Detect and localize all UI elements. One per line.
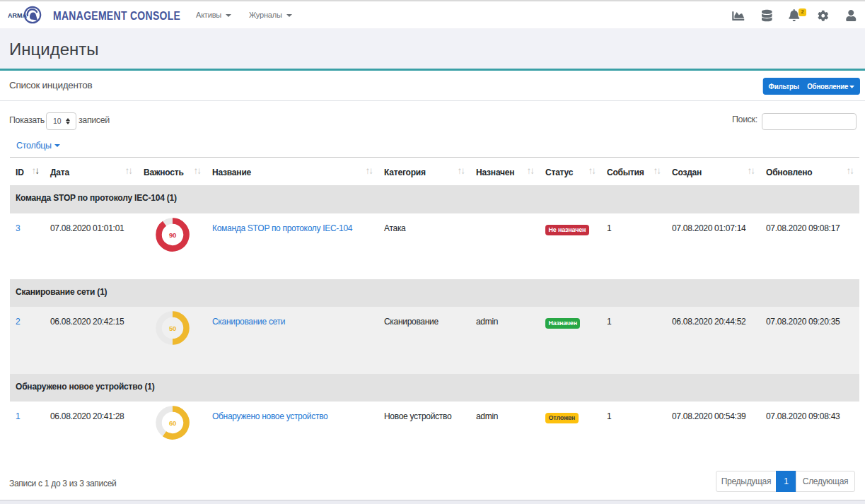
- svg-text:90: 90: [169, 231, 176, 239]
- svg-text:50: 50: [169, 324, 176, 332]
- svg-text:60: 60: [169, 419, 176, 427]
